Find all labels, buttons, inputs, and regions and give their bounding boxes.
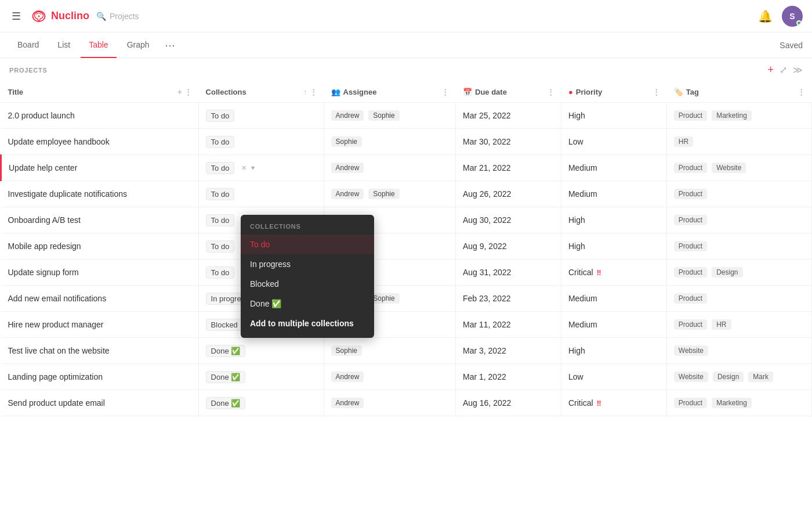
tab-list[interactable]: List xyxy=(49,33,78,58)
row-title[interactable]: Update employee handbook xyxy=(8,137,110,146)
dropdown-item-todo[interactable]: To do xyxy=(241,235,374,254)
tag-badge[interactable]: Product xyxy=(674,293,707,304)
collection-tag[interactable]: Done ✅ xyxy=(206,345,246,357)
tag-badge[interactable]: Product xyxy=(674,189,707,199)
th-assignee-more[interactable]: ⋮ xyxy=(441,88,449,96)
collection-tag[interactable]: Done ✅ xyxy=(206,371,246,383)
assignee-badge[interactable]: Andrew xyxy=(331,398,364,408)
dropdown-item-done[interactable]: Done ✅ xyxy=(241,294,374,314)
tag-badge[interactable]: Product xyxy=(674,163,707,173)
priority-value[interactable]: High xyxy=(568,346,585,355)
priority-value[interactable]: Medium xyxy=(568,294,597,303)
th-collections-more[interactable]: ⋮ xyxy=(310,88,317,96)
tag-badge[interactable]: Design xyxy=(712,267,742,278)
more-menu-icon[interactable]: ⋯ xyxy=(160,37,180,54)
due-date-value[interactable]: Mar 30, 2022 xyxy=(463,137,511,146)
th-duedate-more[interactable]: ⋮ xyxy=(547,88,554,96)
tag-badge[interactable]: Product xyxy=(674,398,707,408)
collection-tag[interactable]: Blocked xyxy=(206,319,243,331)
row-title[interactable]: Investigate duplicate notifications xyxy=(8,189,127,199)
due-date-value[interactable]: Aug 26, 2022 xyxy=(463,189,511,199)
tag-badge[interactable]: Product xyxy=(674,215,707,225)
logo[interactable]: Nuclino xyxy=(30,8,89,25)
due-date-value[interactable]: Mar 1, 2022 xyxy=(463,372,506,381)
collection-tag[interactable]: To do xyxy=(206,136,235,148)
row-title[interactable]: Mobile app redesign xyxy=(8,242,81,251)
assignee-badge[interactable]: Sophie xyxy=(331,345,362,356)
tag-badge[interactable]: HR xyxy=(712,319,731,330)
row-title[interactable]: Send product update email xyxy=(8,398,105,408)
row-title[interactable]: Update signup form xyxy=(8,268,79,277)
collection-tag[interactable]: To do xyxy=(206,266,235,279)
tag-badge[interactable]: HR xyxy=(674,136,693,147)
tab-board[interactable]: Board xyxy=(9,33,47,58)
due-date-value[interactable]: Mar 25, 2022 xyxy=(463,111,511,120)
collection-clear-icon[interactable]: × xyxy=(241,163,246,172)
collection-tag[interactable]: To do xyxy=(206,162,235,174)
row-title[interactable]: Test live chat on the website xyxy=(8,346,110,355)
collection-tag[interactable]: To do xyxy=(206,188,235,200)
expand-icon[interactable]: ⤢ xyxy=(780,64,787,75)
collection-tag[interactable]: To do xyxy=(206,240,235,253)
priority-value[interactable]: High xyxy=(568,215,585,225)
due-date-value[interactable]: Aug 30, 2022 xyxy=(463,215,511,225)
priority-value[interactable]: Medium xyxy=(568,163,597,172)
tab-table[interactable]: Table xyxy=(81,33,116,58)
assignee-badge[interactable]: Sophie xyxy=(368,189,399,199)
priority-value[interactable]: High xyxy=(568,242,585,251)
hamburger-icon[interactable]: ☰ xyxy=(9,8,23,25)
due-date-value[interactable]: Feb 23, 2022 xyxy=(463,294,511,303)
tag-badge[interactable]: Marketing xyxy=(712,110,752,121)
row-title[interactable]: Add new email notifications xyxy=(8,294,107,303)
assignee-badge[interactable]: Andrew xyxy=(331,189,364,199)
row-title[interactable]: Hire new product manager xyxy=(8,320,104,329)
priority-value[interactable]: Critical xyxy=(568,398,593,408)
th-collections-sort[interactable]: ↑ xyxy=(303,88,307,96)
assignee-badge[interactable]: Andrew xyxy=(331,110,364,121)
tag-badge[interactable]: Website xyxy=(674,345,708,356)
due-date-value[interactable]: Mar 3, 2022 xyxy=(463,346,506,355)
th-tag-more[interactable]: ⋮ xyxy=(798,88,805,96)
dropdown-add-multiple[interactable]: Add to multiple collections xyxy=(241,314,374,333)
th-title-more[interactable]: ⋮ xyxy=(184,88,192,96)
due-date-value[interactable]: Aug 16, 2022 xyxy=(463,398,511,408)
collapse-icon[interactable]: ≫ xyxy=(793,64,803,75)
priority-value[interactable]: Low xyxy=(568,372,583,381)
row-title[interactable]: 2.0 product launch xyxy=(8,111,75,120)
tag-badge[interactable]: Product xyxy=(674,267,707,278)
due-date-value[interactable]: Mar 21, 2022 xyxy=(463,163,511,172)
dropdown-item-inprogress[interactable]: In progress xyxy=(241,254,374,274)
tag-badge[interactable]: Marketing xyxy=(712,398,752,408)
row-title[interactable]: Landing page optimization xyxy=(8,372,103,381)
collection-tag[interactable]: To do xyxy=(206,214,235,226)
tab-graph[interactable]: Graph xyxy=(119,33,158,58)
priority-value[interactable]: Medium xyxy=(568,320,597,329)
assignee-badge[interactable]: Sophie xyxy=(368,110,399,121)
tag-badge[interactable]: Website xyxy=(712,163,746,173)
tag-badge[interactable]: Product xyxy=(674,319,707,330)
tag-badge[interactable]: Product xyxy=(674,110,707,121)
add-project-icon[interactable]: + xyxy=(767,64,774,76)
assignee-badge[interactable]: Andrew xyxy=(331,372,364,382)
tag-badge[interactable]: Website xyxy=(674,372,708,382)
th-title-add[interactable]: + xyxy=(177,88,182,96)
tag-badge[interactable]: Design xyxy=(713,372,744,382)
search-area[interactable]: 🔍 Projects xyxy=(96,12,139,21)
tag-badge[interactable]: Mark xyxy=(748,372,773,382)
priority-value[interactable]: Critical xyxy=(568,268,593,277)
notification-icon[interactable]: 🔔 xyxy=(758,9,773,23)
priority-value[interactable]: Low xyxy=(568,137,583,146)
th-priority-more[interactable]: ⋮ xyxy=(652,88,660,96)
collection-chevron-icon[interactable]: ▾ xyxy=(251,164,255,172)
dropdown-item-blocked[interactable]: Blocked xyxy=(241,274,374,294)
due-date-value[interactable]: Mar 11, 2022 xyxy=(463,320,511,329)
user-avatar[interactable]: S xyxy=(782,6,803,27)
row-title[interactable]: Update help center xyxy=(9,163,77,172)
due-date-value[interactable]: Aug 31, 2022 xyxy=(463,268,511,277)
collection-tag[interactable]: Done ✅ xyxy=(206,397,246,409)
priority-value[interactable]: High xyxy=(568,111,585,120)
due-date-value[interactable]: Aug 9, 2022 xyxy=(463,242,507,251)
collection-tag[interactable]: To do xyxy=(206,110,235,122)
priority-value[interactable]: Medium xyxy=(568,189,597,199)
assignee-badge[interactable]: Andrew xyxy=(331,163,364,173)
